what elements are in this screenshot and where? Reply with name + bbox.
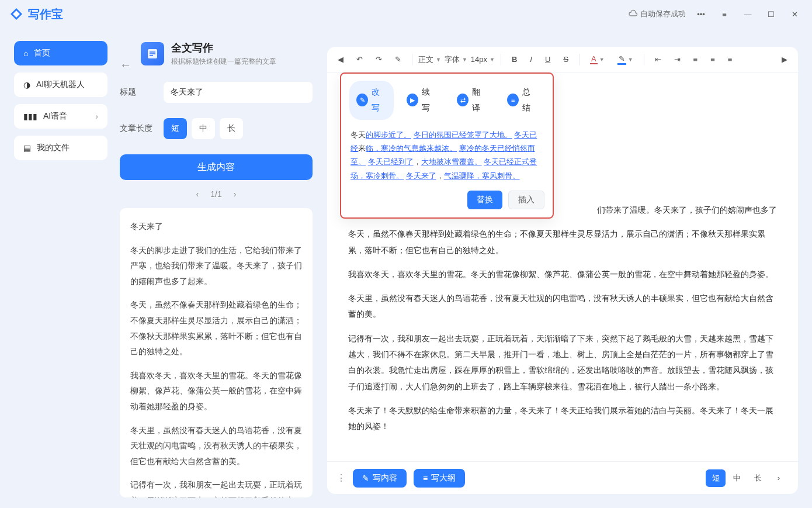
sidebar: ⌂首页 ◑AI聊天机器人 ▮▮▮AI语音› ▤我的文件 — [14, 41, 107, 160]
menu-icon[interactable]: ≡ — [716, 6, 733, 22]
pager-value: 1/1 — [210, 189, 221, 199]
nav-ai-chat[interactable]: ◑AI聊天机器人 — [14, 72, 107, 97]
font-select[interactable]: 字体▼ — [445, 54, 467, 65]
bottom-menu-icon[interactable]: ⋮ — [336, 472, 346, 483]
pager-prev[interactable]: ‹ — [196, 189, 199, 199]
ai-popover: ✎改写 ▶续写 ⇄翻译 ≡总结 冬天的脚步近了。 冬日的氛围已经笼罩了大地。 冬… — [340, 72, 554, 219]
summary-icon: ≡ — [507, 94, 519, 106]
page-subtitle: 根据标题快速创建一篇完整的文章 — [171, 57, 276, 67]
align-right-button[interactable]: ≡ — [723, 53, 737, 66]
undo-button[interactable]: ↶ — [352, 53, 367, 66]
more-icon[interactable]: ••• — [693, 6, 709, 22]
ai-suggestion-text: 冬天的脚步近了。 冬日的氛围已经笼罩了大地。 冬天已经来临，寒冷的气息越来越浓。… — [341, 125, 553, 185]
doc-para: 冬天，虽然不像春天那样到处藏着绿色的生命；不像夏天那样生灵尽显活力，展示自己的潇… — [348, 226, 777, 258]
minimize-icon[interactable]: — — [740, 6, 756, 22]
preview-card: 冬天来了 冬天的脚步走进了我们的生活，它给我们带来了严寒，也给我们带来了温暖。冬… — [120, 208, 313, 497]
preview-para: 冬天里，虽然没有春天迷人的鸟语花香，没有夏天壮观的闪电雷鸣，没有秋天诱人的丰硕果… — [130, 423, 302, 469]
generate-button[interactable]: 生成内容 — [120, 154, 313, 180]
outline-icon: ≡ — [423, 474, 428, 483]
cloud-icon — [629, 9, 638, 19]
chat-icon: ◑ — [23, 80, 30, 89]
length-short[interactable]: 短 — [164, 118, 187, 139]
length-medium[interactable]: 中 — [192, 118, 215, 139]
nav-home[interactable]: ⌂首页 — [14, 41, 107, 65]
doc-para: 我喜欢冬天，喜欢冬天里的雪花。冬天的雪花像柳絮、像芦花、像蒲公英一般的雪花，在空… — [348, 267, 777, 282]
align-center-button[interactable]: ≡ — [706, 53, 720, 66]
voice-icon: ▮▮▮ — [23, 112, 37, 121]
bold-button[interactable]: B — [507, 53, 522, 66]
length-long[interactable]: 长 — [220, 118, 243, 139]
write-content-button[interactable]: ✎写内容 — [353, 469, 407, 488]
doc-para: 冬天来了！冬天默默的给生命带来积蓄的力量，冬天来了！冬天正给我们展示着她的洁白与… — [348, 403, 777, 435]
paragraph-style-select[interactable]: 正文▼ — [418, 54, 441, 65]
preview-title: 冬天来了 — [130, 219, 302, 234]
translate-icon: ⇄ — [457, 94, 469, 106]
back-button[interactable]: ← — [120, 58, 131, 72]
doc-para: 记得有一次，我和朋友一起出去玩耍，正玩着玩着，天渐渐暗了下来，突然下起了鹅毛般的… — [348, 331, 777, 395]
editor-body[interactable]: ✎改写 ▶续写 ⇄翻译 ≡总结 冬天的脚步近了。 冬日的氛围已经笼罩了大地。 冬… — [327, 72, 798, 461]
doc-para: 冬天里，虽然没有春天迷人的鸟语花香，没有夏天壮观的闪电雷鸣，没有秋天诱人的丰硕果… — [348, 291, 777, 323]
strike-button[interactable]: S — [558, 53, 573, 66]
format-paint-button[interactable]: ✎ — [390, 53, 406, 66]
close-icon[interactable]: ✕ — [786, 6, 803, 22]
bottom-chevron-icon[interactable]: › — [769, 469, 789, 487]
bottom-length-long[interactable]: 长 — [748, 469, 768, 487]
ai-tab-rewrite[interactable]: ✎改写 — [349, 81, 394, 120]
app-logo: 写作宝 — [9, 6, 63, 22]
toolbar-scroll-left[interactable]: ◀ — [333, 53, 348, 66]
underline-button[interactable]: U — [540, 53, 555, 66]
redo-button[interactable]: ↷ — [371, 53, 387, 66]
bottom-length-medium[interactable]: 中 — [727, 469, 747, 487]
logo-icon — [9, 7, 23, 21]
font-size-select[interactable]: 14px▼ — [471, 55, 495, 64]
length-label: 文章长度 — [120, 123, 164, 134]
nav-ai-voice[interactable]: ▮▮▮AI语音› — [14, 104, 107, 129]
indent-increase-button[interactable]: ⇥ — [669, 53, 685, 66]
write-outline-button[interactable]: ≡写大纲 — [414, 469, 465, 488]
preview-para: 冬天，虽然不像春天那样到处藏着绿色的生命；不像夏天那样生灵尽显活力，展示自己的潇… — [130, 297, 302, 359]
preview-para: 我喜欢冬天，喜欢冬天里的雪花。冬天的雪花像柳絮、像芦花、像蒲公英一般的雪花，在空… — [130, 368, 302, 414]
editor-toolbar: ◀ ↶ ↷ ✎ 正文▼ 字体▼ 14px▼ B I U S A▼ ✎▼ ⇤ ⇥ … — [327, 47, 798, 72]
text-color-button[interactable]: A▼ — [585, 52, 609, 67]
replace-button[interactable]: 替换 — [467, 191, 502, 209]
align-left-button[interactable]: ≡ — [689, 53, 703, 66]
home-icon: ⌂ — [23, 49, 28, 58]
app-name: 写作宝 — [28, 6, 63, 22]
edit-icon: ✎ — [362, 474, 369, 483]
rewrite-icon: ✎ — [356, 94, 368, 106]
ai-tab-translate[interactable]: ⇄翻译 — [450, 81, 494, 120]
preview-para: 记得有一次，我和朋友一起出去玩耍，正玩着玩着，天渐渐暗了下来，突然下起了鹅毛般的… — [130, 477, 302, 497]
italic-button[interactable]: I — [525, 53, 537, 66]
title-input[interactable] — [164, 82, 313, 103]
ai-tab-summary[interactable]: ≡总结 — [500, 81, 544, 120]
nav-my-files[interactable]: ▤我的文件 — [14, 136, 107, 160]
highlight-button[interactable]: ✎▼ — [613, 52, 638, 67]
doc-para: 们带来了温暖。冬天来了，孩子们的嬉闹声也多了 — [570, 202, 777, 218]
pager-next[interactable]: › — [234, 189, 237, 199]
page-title: 全文写作 — [171, 41, 276, 55]
title-label: 标题 — [120, 87, 164, 98]
toolbar-scroll-right[interactable]: ▶ — [777, 53, 792, 66]
doc-icon — [141, 42, 164, 65]
continue-icon: ▶ — [407, 94, 418, 106]
autosave-status: 自动保存成功 — [629, 9, 686, 19]
indent-decrease-button[interactable]: ⇤ — [650, 53, 666, 66]
insert-button[interactable]: 插入 — [508, 191, 544, 209]
file-icon: ▤ — [23, 143, 31, 153]
chevron-right-icon: › — [95, 112, 98, 121]
bottom-length-short[interactable]: 短 — [706, 469, 726, 487]
maximize-icon[interactable]: ☐ — [763, 6, 779, 22]
ai-tab-continue[interactable]: ▶续写 — [400, 81, 444, 120]
preview-para: 冬天的脚步走进了我们的生活，它给我们带来了严寒，也给我们带来了温暖。冬天来了，孩… — [130, 243, 302, 289]
